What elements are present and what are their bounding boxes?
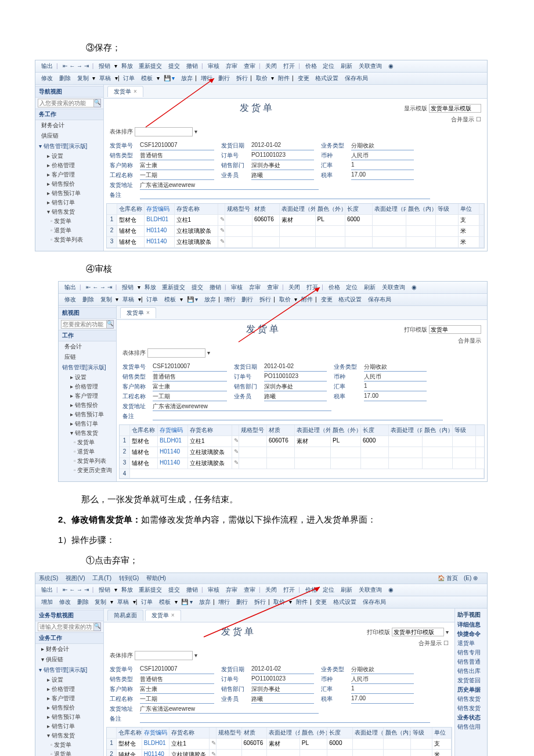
help-icon[interactable]: ◉ [386, 62, 396, 70]
toolbar-row2: 修改 删除 复制 ▾ 草稿 ▾| 订单 模板 ▾ 💾 ▾ 放弃| 增行 删行 拆… [35, 73, 487, 85]
table-row[interactable]: 2辅材仓H01140立柱玻璃胶条✎米 [107, 750, 452, 756]
table-row[interactable]: 3辅材仓H01140立柱玻璃胶条✎ [120, 458, 484, 469]
quick-link[interactable]: 销售专用 [456, 648, 486, 657]
sort-row: 表体排序 ▾ [104, 126, 487, 140]
quick-link[interactable]: 销售出库 [456, 667, 486, 676]
quick-link[interactable]: 退货单 [456, 639, 486, 648]
step3-label: ③保存； [86, 39, 488, 55]
doc-title: 发货单 [110, 102, 404, 114]
tb-output[interactable]: 输出 [39, 62, 55, 71]
table-row[interactable]: 3辅材仓H01140立柱玻璃胶条✎米 [107, 237, 484, 248]
audit-btn[interactable]: 审核 [229, 283, 245, 292]
home-btn[interactable]: 🏠 首页(E) ⊕ [438, 574, 478, 582]
sec2-steps: 1）操作步骤： [58, 532, 488, 548]
screenshot-unaudit: 系统(S) 视图(V) 工具(T) 转到(G) 帮助(H) 🏠 首页(E) ⊕ … [35, 573, 488, 756]
close-icon[interactable]: × [134, 88, 137, 95]
tab-shipdoc[interactable]: 发货单× [107, 86, 143, 97]
nav-biz[interactable]: 务工作 [35, 109, 103, 120]
unaudit-btn[interactable]: 弃审 [223, 585, 240, 595]
form-grid: 发货单号CSF12010007 发货日期2012-01-02 业务类型分期收款 … [104, 140, 487, 203]
search-btn[interactable]: 🔍 [94, 99, 101, 107]
nav-header: 导航视图 [35, 86, 103, 98]
quick-link[interactable]: 发货签回 [456, 676, 486, 685]
search-input[interactable] [38, 99, 94, 107]
step4-label: ④审核 [86, 261, 488, 276]
step2-1: ①点击弃审； [86, 552, 488, 568]
quick-link[interactable]: 销售普通 [456, 657, 486, 667]
template-box: 显示模版 [404, 104, 481, 113]
table-row[interactable]: 1型材仓BLDH01立柱1✎6060T6素材PL6000支 [107, 215, 484, 226]
mid-sentence: 那么，一张发货单就可生成，任务结束。 [81, 491, 488, 507]
table-row[interactable]: 2辅材仓H01140立柱玻璃胶条✎米 [107, 226, 484, 237]
table-row[interactable]: 2辅材仓H01140立柱玻璃胶条✎ [120, 447, 484, 458]
save-dropdown[interactable]: 💾 ▾ [161, 74, 178, 82]
screenshot-audit: 输出| ⇤ ← → ⇥| 报销 ▾ 释放 重新提交 提交 撤销| 审核 弃审 查… [58, 281, 488, 482]
sidebar-ship-doc[interactable]: 发货单 [35, 217, 103, 226]
screenshot-save: 输出| ⇤ ← → ⇥| 报销 ▾ 释放 重新提交 提交 撤销| 审核 弃审 查… [35, 60, 488, 251]
menubar: 系统(S) 视图(V) 工具(T) 转到(G) 帮助(H) 🏠 首页(E) ⊕ [35, 573, 487, 584]
toolbar-row1-2: 输出| ⇤ ← → ⇥| 报销 ▾ 释放 重新提交 提交 撤销| 审核 弃审 查… [59, 282, 487, 294]
sec2-title: 2、修改销售发货单：如需修改发货单内容，需做以下操作流程，进入发货单界面： [58, 512, 488, 527]
table-row[interactable]: 1型材仓BLDH01立柱1✎6060T6素材PL6000 [120, 436, 484, 447]
helper-panel: 助手视图 详细信息 快捷命令 退货单销售专用销售普通销售出库发货签回 历史单据 … [454, 609, 487, 756]
data-grid: 仓库名称 存货编码 存货名称 规格型号 材质 表面处理（外） 颜色（外） 长度 … [106, 203, 485, 249]
toolbar-row1: 输出| ⇤ ← → ⇥| 报销 ▾ 释放 重新提交 提交 撤销| 审核 弃审 查… [35, 60, 487, 73]
table-row[interactable]: 1型材仓BLDH01立柱1✎6060T6素材PL6000支 [107, 739, 452, 750]
sidebar: 导航视图 🔍 务工作 财务会计 供应链 ▾ 销售管理[演示版] ▸ 设置 ▸ 价… [35, 85, 104, 251]
